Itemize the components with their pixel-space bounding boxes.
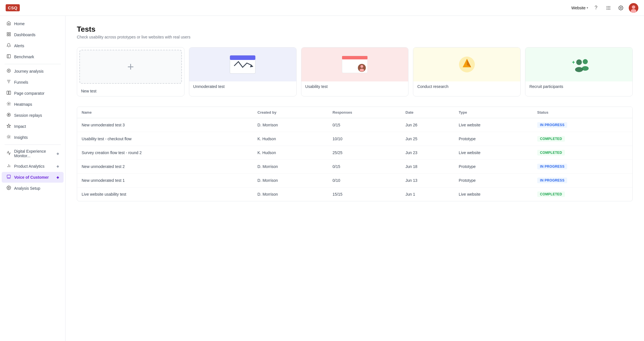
tests-table: Name Created by Responses Date Type Stat… <box>77 107 633 201</box>
sidebar-item-voice-of-customer[interactable]: Voice of Customer ◆ <box>2 172 64 183</box>
sidebar-item-benchmark[interactable]: Benchmark <box>2 51 64 62</box>
svg-point-30 <box>8 136 10 138</box>
col-created-by: Created by <box>253 107 328 118</box>
new-test-card[interactable]: + New test <box>77 47 184 96</box>
grid-icon <box>606 5 611 10</box>
session-replays-icon <box>6 113 11 118</box>
sidebar-item-funnels[interactable]: Funnels <box>2 77 64 88</box>
cell-created-by: D. Morrison <box>253 174 328 187</box>
cell-date: Jun 1 <box>401 187 454 201</box>
svg-line-37 <box>7 138 8 138</box>
svg-point-5 <box>610 7 610 8</box>
table-header-row: Name Created by Responses Date Type Stat… <box>77 107 632 118</box>
svg-point-11 <box>632 5 635 9</box>
svg-rect-13 <box>7 33 8 34</box>
sidebar-item-product-analytics[interactable]: Product Analytics ◆ <box>2 161 64 172</box>
help-icon: ? <box>595 5 597 11</box>
sidebar-item-heatmaps[interactable]: Heatmaps <box>2 99 64 110</box>
sidebar-item-analysis-setup[interactable]: Analysis Setup <box>2 183 64 194</box>
sidebar: Home Dashboards Alerts Benchmark J <box>0 16 66 341</box>
user-avatar-image <box>629 3 638 13</box>
svg-point-2 <box>610 6 610 7</box>
cell-name: New unmoderated test 2 <box>77 160 253 174</box>
sidebar-item-digital-experience[interactable]: Digital Experience Monitor... ◆ <box>2 146 64 161</box>
cell-created-by: D. Morrison <box>253 187 328 201</box>
avatar[interactable] <box>629 3 638 13</box>
svg-rect-14 <box>9 33 10 34</box>
research-visual <box>413 48 520 81</box>
table-row[interactable]: Usability test - checkout flow K. Hudson… <box>77 132 632 146</box>
diamond-badge-voc: ◆ <box>56 175 59 179</box>
unmoderated-test-card[interactable]: Unmoderated test <box>189 47 297 96</box>
sidebar-journey-label: Journey analysis <box>14 69 43 74</box>
sidebar-item-home[interactable]: Home <box>2 18 64 29</box>
svg-rect-46 <box>230 55 255 60</box>
unmoderated-visual <box>189 48 296 81</box>
conduct-research-card[interactable]: Conduct research <box>413 47 521 96</box>
sidebar-item-impact[interactable]: Impact <box>2 121 64 132</box>
sidebar-item-alerts[interactable]: Alerts <box>2 40 64 51</box>
plus-icon: + <box>127 61 134 73</box>
logo: CSQ <box>6 4 20 11</box>
analysis-setup-icon <box>6 185 11 191</box>
svg-point-27 <box>8 103 9 104</box>
svg-point-3 <box>607 7 608 8</box>
table-row[interactable]: New unmoderated test 1 D. Morrison 0/10 … <box>77 174 632 187</box>
page-subtitle: Check usability across prototypes or liv… <box>77 35 633 39</box>
svg-line-33 <box>7 135 8 136</box>
sidebar-item-journey-analysis[interactable]: Journey analysis <box>2 66 64 77</box>
table-row[interactable]: Survey creation flow test - round 2 K. H… <box>77 146 632 160</box>
recruit-participants-card[interactable]: + Recruit participants <box>525 47 633 96</box>
cell-name: Live website usability test <box>77 187 253 201</box>
help-button[interactable]: ? <box>591 3 601 12</box>
unmoderated-test-label: Unmoderated test <box>189 81 296 92</box>
recruit-participants-label: Recruit participants <box>525 81 632 92</box>
status-badge: IN PROGRESS <box>537 122 567 128</box>
cell-responses: 15/15 <box>328 187 401 201</box>
workspace-selector[interactable]: Website ▾ <box>571 6 588 10</box>
topnav: CSQ Website ▾ ? <box>0 0 644 16</box>
sidebar-home-label: Home <box>14 21 25 26</box>
sidebar-benchmark-label: Benchmark <box>14 55 34 59</box>
usability-visual <box>301 48 408 81</box>
col-date: Date <box>401 107 454 118</box>
svg-point-4 <box>608 7 609 8</box>
status-badge: COMPLETED <box>537 191 565 197</box>
svg-point-19 <box>7 69 10 72</box>
cell-created-by: K. Hudson <box>253 132 328 146</box>
dashboards-icon <box>6 32 11 38</box>
table-row[interactable]: Live website usability test D. Morrison … <box>77 187 632 201</box>
svg-point-0 <box>607 6 608 7</box>
content-area: Tests Check usability across prototypes … <box>66 16 644 341</box>
sidebar-item-insights[interactable]: Insights <box>2 132 64 143</box>
grid-menu-button[interactable] <box>604 3 613 12</box>
svg-point-7 <box>608 9 609 10</box>
svg-rect-42 <box>7 175 10 178</box>
recruit-visual: + <box>525 48 632 81</box>
sidebar-item-session-replays[interactable]: Session replays <box>2 110 64 121</box>
sidebar-voice-of-customer-label: Voice of Customer <box>14 175 49 180</box>
research-illustration <box>453 53 481 76</box>
cards-row: + New test Unmoderated test <box>77 47 633 96</box>
svg-line-34 <box>10 138 10 138</box>
funnels-icon <box>6 79 11 85</box>
usability-test-card[interactable]: Usability test <box>301 47 409 96</box>
svg-point-56 <box>583 59 588 64</box>
svg-text:+: + <box>572 59 575 65</box>
gear-icon <box>618 5 623 10</box>
settings-button[interactable] <box>616 3 625 12</box>
tests-table-inner: Name Created by Responses Date Type Stat… <box>77 107 632 201</box>
page-title: Tests <box>77 25 633 34</box>
sidebar-item-page-comparator[interactable]: Page comparator <box>2 88 64 99</box>
table-row[interactable]: New unmoderated test 2 D. Morrison 0/15 … <box>77 160 632 174</box>
table-row[interactable]: New unmoderated test 3 D. Morrison 0/15 … <box>77 118 632 132</box>
table-header: Name Created by Responses Date Type Stat… <box>77 107 632 118</box>
page-comparator-icon <box>6 90 11 96</box>
svg-rect-26 <box>9 91 11 94</box>
status-badge: COMPLETED <box>537 136 565 142</box>
cell-status: COMPLETED <box>533 146 632 160</box>
sidebar-item-dashboards[interactable]: Dashboards <box>2 29 64 40</box>
col-responses: Responses <box>328 107 401 118</box>
cell-name: New unmoderated test 3 <box>77 118 253 132</box>
status-badge: IN PROGRESS <box>537 164 567 169</box>
